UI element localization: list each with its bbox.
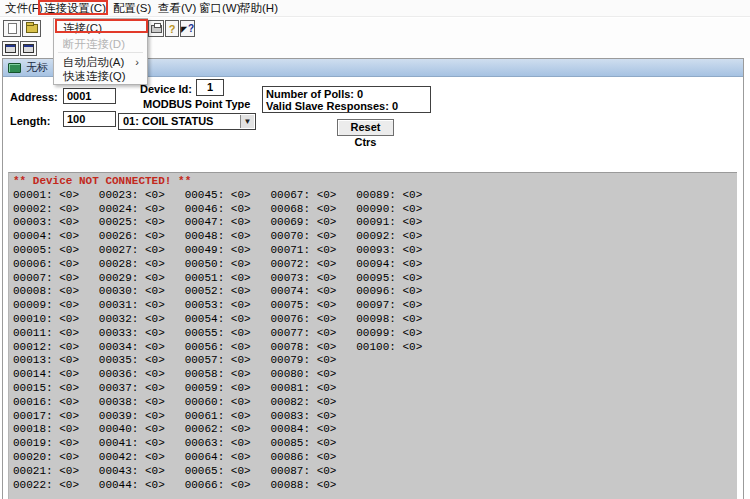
register-data-panel: ** Device NOT CONNECTED! ** 00001: <0> 0… [8,172,737,499]
point-type-select[interactable]: 01: COIL STATUS ▼ [118,113,256,130]
number-of-polls: Number of Polls: 0 [266,88,427,100]
annotation-box-connection-setup [38,0,108,15]
new-file-button[interactable] [3,20,21,37]
poll-definition-form: Address: 0001 Length: 100 Device Id: 1 M… [3,77,743,172]
menu-config[interactable]: 配置(S) [113,2,151,15]
poll-child-window: 无标 Address: 0001 Length: 100 Device Id: … [2,58,744,499]
chevron-down-icon[interactable]: ▼ [240,115,254,128]
print-icon [151,25,162,33]
open-file-button[interactable] [22,20,41,37]
help-button[interactable]: ? [165,20,179,37]
length-input[interactable]: 100 [63,111,116,127]
point-type-selected-value: 01: COIL STATUS [123,115,213,127]
register-grid: ** Device NOT CONNECTED! ** 00001: <0> 0… [13,175,422,492]
valid-slave-responses: Valid Slave Responses: 0 [266,100,427,112]
menu-view[interactable]: 查看(V) [158,2,196,15]
point-type-label: MODBUS Point Type [143,98,250,110]
menu-bar: 文件(F) 连接设置(C) 配置(S) 查看(V) 窗口(W) 帮助(H) [0,0,750,17]
print-button[interactable] [148,20,164,37]
menu-item-quick-connect[interactable]: 快速连接(Q) [55,70,147,83]
poll-window-icon [23,44,34,53]
address-input[interactable]: 0001 [63,88,116,104]
address-label: Address: [10,91,58,103]
poll-window-titlebar-icon [8,63,21,73]
child-window-title: 无标 [26,60,48,75]
poll-window-icon [5,44,16,53]
open-folder-icon [26,24,38,33]
menu-help[interactable]: 帮助(H) [239,2,278,15]
annotation-box-connect [55,19,148,33]
poll-window-button-1[interactable] [2,41,19,56]
menu-item-disconnect: 断开连接(D) [55,38,147,51]
submenu-arrow-icon: › [135,56,139,69]
context-help-icon: ? [181,23,194,34]
poll-window-button-2[interactable] [20,41,37,56]
menu-item-label: 自动启动(A) [63,56,124,68]
poll-counters-box: Number of Polls: 0 Valid Slave Responses… [262,86,431,113]
device-id-input[interactable]: 1 [196,79,224,96]
length-label: Length: [10,115,50,127]
help-icon: ? [169,23,176,35]
new-file-icon [8,23,17,34]
context-help-button[interactable]: ? [180,20,195,37]
menu-item-auto-start[interactable]: 自动启动(A) › [55,56,147,69]
menu-window[interactable]: 窗口(W) [199,2,241,15]
menu-separator [58,52,143,53]
reset-ctrs-button[interactable]: Reset Ctrs [337,119,394,136]
